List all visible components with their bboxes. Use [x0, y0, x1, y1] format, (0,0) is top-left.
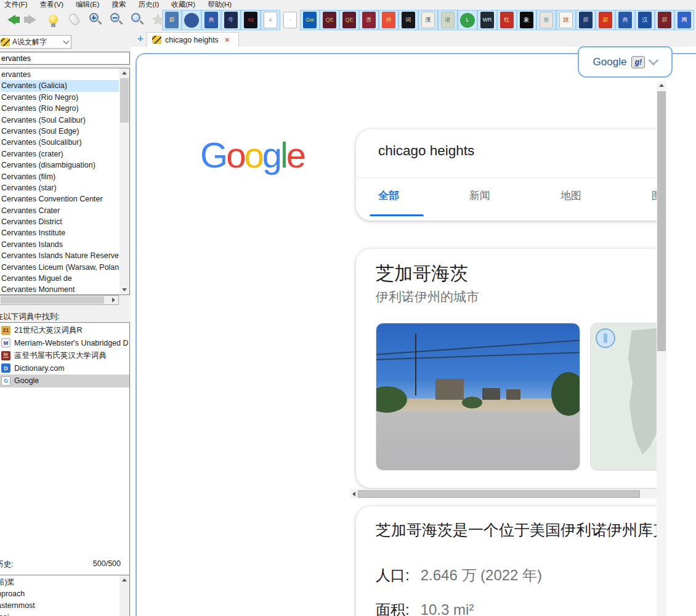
- word-list-hscrollbar[interactable]: [0, 295, 119, 305]
- google-tab-news[interactable]: 新闻: [469, 188, 490, 203]
- dictionary-toolbar-button[interactable]: 說: [556, 10, 576, 30]
- dictionary-toolbar-button[interactable]: 汉: [635, 10, 655, 30]
- zoom-reset-button[interactable]: [128, 10, 146, 28]
- menu-item[interactable]: 收藏(R): [165, 0, 201, 9]
- city-photo-image[interactable]: [376, 323, 580, 471]
- dictionary-list-item[interactable]: 2121世纪大英汉词典R: [0, 324, 129, 337]
- dictionary-toolbar-button[interactable]: QE: [339, 10, 359, 30]
- tab-chicago-heights[interactable]: chicago heights ×: [147, 32, 239, 47]
- dictionary-toolbar-button[interactable]: 词: [399, 10, 418, 30]
- zoom-in-button[interactable]: [86, 10, 104, 28]
- scrollbar-thumb[interactable]: [657, 91, 666, 351]
- dictionary-toolbar-button[interactable]: 象: [517, 10, 536, 30]
- dictionary-toolbar-button[interactable]: 典: [615, 10, 635, 30]
- state-map-image[interactable]: [590, 323, 657, 471]
- content-hscrollbar[interactable]: [350, 489, 657, 498]
- menu-item[interactable]: 历史(I): [132, 0, 165, 9]
- word-list-item[interactable]: Cervantes District: [1, 216, 119, 227]
- history-item[interactable]: inai: [0, 612, 129, 616]
- dictionary-toolbar-button[interactable]: 红: [497, 10, 517, 30]
- word-list-item[interactable]: Cervantes Convention Center: [1, 193, 119, 205]
- dictionary-toolbar-button[interactable]: 册: [536, 10, 556, 30]
- dictionary-toolbar-button[interactable]: 辞: [162, 10, 182, 30]
- zoom-out-button[interactable]: [107, 10, 125, 28]
- google-logo[interactable]: Google: [200, 134, 304, 176]
- dictionary-toolbar-button[interactable]: Az: [241, 10, 261, 30]
- word-list-item[interactable]: Cervantes Islands: [1, 239, 119, 250]
- dictionary-toolbar-button[interactable]: 语: [438, 10, 458, 30]
- scroll-down-button[interactable]: [119, 285, 129, 294]
- dictionary-toolbar-button[interactable]: 辞: [655, 10, 674, 30]
- dictionary-selector-dropdown[interactable]: Google g!: [578, 46, 673, 78]
- google-tab-images[interactable]: 图片: [652, 188, 657, 203]
- dictionary-toolbar-button[interactable]: 网: [674, 10, 694, 30]
- word-list-item[interactable]: Cervantes (film): [1, 171, 119, 182]
- dictionary-toolbar-button[interactable]: ≡: [261, 10, 280, 30]
- google-result-content: Google chicago heights 全部新闻地图图片 芝加哥海茨 伊利…: [137, 54, 657, 616]
- word-list-item[interactable]: Cervantes (crater): [1, 148, 119, 160]
- word-list-item[interactable]: Cervantes (disambiguation): [1, 160, 119, 171]
- word-list-item[interactable]: ervantes: [1, 69, 119, 80]
- history-item[interactable]: asternmost: [0, 600, 129, 612]
- forward-button[interactable]: [23, 10, 41, 28]
- scroll-left-button[interactable]: [350, 492, 357, 496]
- scrollbar-thumb[interactable]: [358, 490, 640, 498]
- word-list-item[interactable]: Cervantes (star): [1, 182, 119, 193]
- group-selector[interactable]: A说文解字: [0, 35, 71, 49]
- scroll-up-button[interactable]: [119, 575, 129, 585]
- word-list-item[interactable]: Cervantes (Soulcalibur): [1, 137, 119, 148]
- word-list-item[interactable]: Cervantes Institute: [1, 227, 119, 238]
- word-list-item[interactable]: Cervantes (Galicia): [1, 80, 119, 91]
- back-button[interactable]: [2, 10, 20, 28]
- dictionary-toolbar-button[interactable]: 書: [359, 10, 379, 30]
- menu-item[interactable]: 文件(F): [0, 0, 34, 9]
- scan-popup-button[interactable]: [65, 10, 83, 28]
- add-tab-button[interactable]: +: [137, 33, 144, 45]
- content-vscrollbar[interactable]: [657, 81, 666, 616]
- scroll-right-button[interactable]: [108, 296, 118, 304]
- dictionary-toolbar-button[interactable]: 外: [379, 10, 399, 30]
- dictionary-toolbar-button[interactable]: 漢: [418, 10, 438, 30]
- menu-item[interactable]: 查看(V): [34, 0, 70, 9]
- dictionary-toolbar-button[interactable]: 新: [596, 10, 615, 30]
- menu-item[interactable]: 编辑(E): [70, 0, 105, 9]
- pronounce-button[interactable]: [44, 10, 62, 28]
- menu-item[interactable]: 帮助(H): [201, 0, 238, 9]
- tab-close-icon[interactable]: ×: [225, 35, 230, 44]
- word-list-item[interactable]: Cervantes (Río Negro): [1, 103, 119, 114]
- word-search-input[interactable]: [0, 52, 130, 65]
- scrollbar-thumb[interactable]: [120, 78, 129, 123]
- dictionary-list-item[interactable]: 兰蓝登书屋韦氏英汉大学词典: [0, 349, 129, 362]
- google-tab-maps[interactable]: 地图: [560, 188, 581, 203]
- dictionary-toolbar-button[interactable]: 典: [201, 10, 221, 30]
- dictionary-list-item[interactable]: DDictionary.com: [0, 362, 129, 375]
- scroll-up-button[interactable]: [119, 68, 129, 78]
- word-list-item[interactable]: Cervantes Miguel de: [1, 273, 119, 284]
- dictionary-toolbar-button[interactable]: QE: [320, 10, 339, 30]
- dictionary-toolbar-button[interactable]: Gw: [300, 10, 320, 30]
- menu-item[interactable]: 搜索: [105, 0, 132, 9]
- word-list-item[interactable]: Cervantes (Rio Negro): [1, 92, 119, 103]
- history-item[interactable]: pproach: [0, 588, 129, 600]
- search-query[interactable]: chicago heights: [378, 143, 474, 159]
- word-list-scrollbar[interactable]: [119, 68, 129, 294]
- scroll-up-button[interactable]: [657, 81, 666, 90]
- history-scrollbar[interactable]: [119, 575, 129, 616]
- dictionary-toolbar-button[interactable]: [182, 10, 201, 30]
- history-item[interactable]: 船)桨: [0, 577, 129, 588]
- dictionary-toolbar-button[interactable]: -: [280, 10, 300, 30]
- scrollbar-thumb[interactable]: [1, 296, 104, 304]
- word-list-item[interactable]: Cervantes Liceum (Warsaw, Poland: [1, 262, 119, 273]
- dictionary-toolbar-button[interactable]: 辞: [576, 10, 596, 30]
- dictionary-list-item[interactable]: GGoogle: [0, 375, 129, 387]
- dictionary-toolbar-button[interactable]: L: [458, 10, 477, 30]
- dictionary-list-item[interactable]: MMerriam-Webster's Unabridged D: [0, 337, 129, 350]
- word-list-item[interactable]: Cervantes Crater: [1, 205, 119, 216]
- word-list-item[interactable]: Cervantes Monument: [1, 284, 119, 294]
- dictionary-toolbar-button[interactable]: WR: [477, 10, 497, 30]
- word-list-item[interactable]: Cervantes (Soul Calibur): [1, 115, 119, 126]
- google-tab-all[interactable]: 全部: [378, 188, 399, 203]
- dictionary-toolbar-button[interactable]: 牛: [221, 10, 241, 30]
- word-list-item[interactable]: Cervantes (Soul Edge): [1, 126, 119, 137]
- word-list-item[interactable]: Cervantes Islands Nature Reserve: [1, 250, 119, 261]
